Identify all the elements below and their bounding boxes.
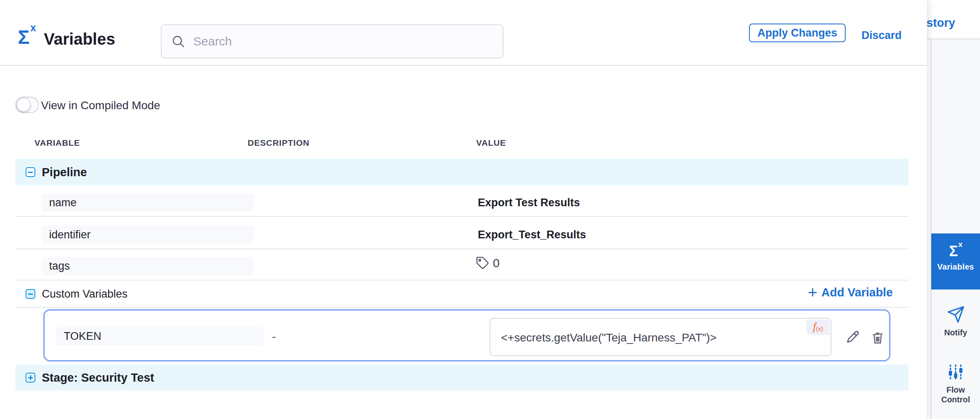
sidebar-item-label: Flow Control — [938, 385, 973, 404]
fx-sub-glyph: (x) — [816, 325, 823, 332]
plus-icon: + — [808, 284, 817, 300]
page-title: Variables — [44, 30, 115, 48]
trash-icon — [870, 330, 885, 346]
variable-name-field: name — [42, 194, 254, 212]
add-variable-button[interactable]: + Add Variable — [808, 284, 893, 300]
variables-drawer: Σx Variables Apply Changes Discard View … — [0, 0, 927, 419]
delete-variable-button[interactable] — [870, 330, 885, 346]
edit-variable-button[interactable] — [845, 329, 861, 346]
column-header-variable: VARIABLE — [35, 138, 80, 148]
row-divider — [15, 248, 909, 249]
column-header-value: VALUE — [476, 138, 506, 148]
studio-right-sidebar: Σx Variables Notify Flow Control — [930, 39, 980, 419]
tags-count: 0 — [493, 256, 500, 270]
variable-name-field: identifier — [42, 226, 254, 244]
variable-description: - — [272, 330, 276, 343]
sigma-sup-glyph: x — [958, 240, 963, 248]
variables-title-sigma-icon: Σx — [18, 23, 35, 48]
section-title: Stage: Security Test — [42, 371, 154, 384]
history-link-clipped[interactable]: story — [926, 16, 955, 30]
apply-changes-button[interactable]: Apply Changes — [749, 24, 846, 42]
tag-icon — [476, 256, 490, 270]
secret-expression-value: <+secrets.getValue("Teja_Harness_PAT")> — [501, 331, 717, 344]
compiled-mode-label: View in Compiled Mode — [41, 99, 160, 112]
pencil-icon — [845, 329, 861, 346]
sigma-glyph: Σ — [949, 243, 958, 259]
expression-fx-badge[interactable]: f (x) — [806, 320, 830, 335]
sidebar-item-notify[interactable]: Notify — [931, 305, 980, 337]
custom-variables-section-row[interactable]: Custom Variables — [15, 281, 909, 307]
tags-value: 0 — [476, 256, 500, 270]
stage-section-row[interactable]: Stage: Security Test — [15, 365, 909, 391]
variables-panel-screen: story Σx Variables Notify Flow Control — [0, 0, 980, 419]
row-divider — [15, 307, 909, 308]
section-title: Custom Variables — [42, 288, 127, 300]
collapse-minus-icon[interactable] — [26, 289, 35, 299]
fx-glyph: f — [813, 321, 816, 332]
discard-button[interactable]: Discard — [861, 29, 902, 42]
sigma-glyph: Σ — [18, 26, 30, 48]
row-divider — [15, 280, 909, 281]
expand-plus-icon[interactable] — [26, 373, 35, 382]
add-variable-label: Add Variable — [821, 286, 893, 299]
variable-name-field: tags — [42, 257, 254, 275]
sigma-sup-glyph: x — [30, 22, 36, 33]
collapse-minus-icon[interactable] — [26, 167, 35, 177]
sidebar-item-label: Notify — [931, 328, 980, 337]
search-icon — [171, 35, 185, 48]
sliders-icon — [947, 363, 965, 381]
custom-variable-card: TOKEN - <+secrets.getValue("Teja_Harness… — [43, 309, 890, 361]
sidebar-item-label: Variables — [931, 262, 980, 272]
sigma-x-icon: Σx — [931, 241, 980, 259]
column-header-description: DESCRIPTION — [248, 138, 309, 148]
paper-plane-icon — [946, 305, 965, 324]
variable-value: Export Test Results — [478, 197, 580, 209]
compiled-mode-toggle[interactable] — [15, 97, 39, 113]
search-box — [161, 24, 503, 58]
pipeline-section-row[interactable]: Pipeline — [15, 159, 909, 186]
section-title: Pipeline — [42, 166, 87, 179]
row-divider — [15, 216, 909, 217]
variable-value: Export_Test_Results — [478, 229, 586, 241]
toggle-knob — [17, 98, 30, 112]
variable-value-input[interactable]: <+secrets.getValue("Teja_Harness_PAT")> … — [490, 318, 831, 356]
sidebar-item-variables[interactable]: Σx Variables — [931, 233, 980, 289]
variable-name-field: TOKEN — [56, 327, 264, 345]
sidebar-item-flow-control[interactable]: Flow Control — [931, 363, 980, 404]
search-input[interactable] — [192, 34, 486, 49]
header-divider — [0, 65, 927, 66]
